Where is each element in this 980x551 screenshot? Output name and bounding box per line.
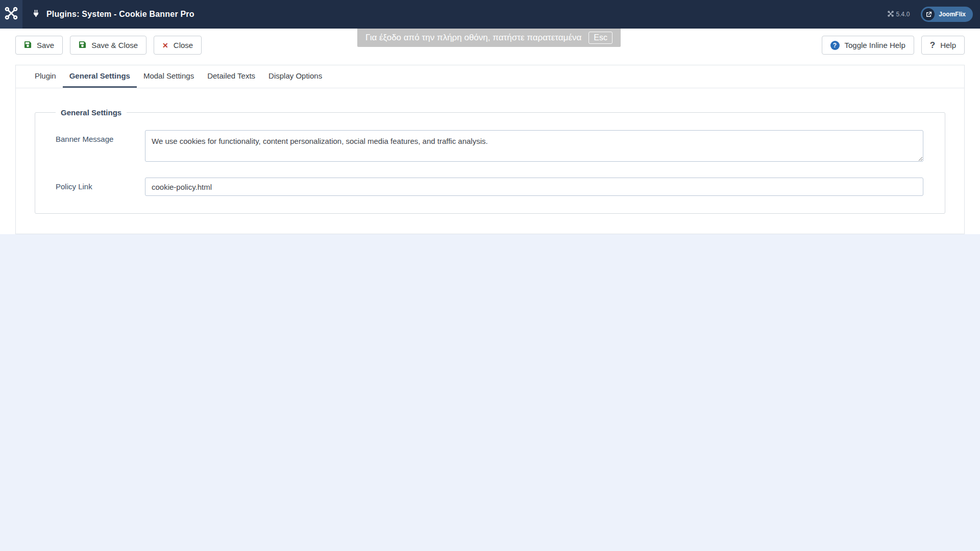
version-label: 5.4.0: [896, 11, 910, 18]
tab-general-settings[interactable]: General Settings: [63, 65, 137, 88]
save-label: Save: [37, 41, 54, 49]
plugin-edit-card: Plugin General Settings Modal Settings D…: [15, 65, 965, 234]
page-title: Plugins: System - Cookie Banner Pro: [46, 10, 194, 19]
help-button[interactable]: ? Help: [921, 36, 965, 55]
save-close-button[interactable]: Save & Close: [70, 36, 146, 55]
toolbar-left: Save Save & Close ✕ Close: [15, 36, 202, 55]
fullscreen-exit-message: Για έξοδο από την πλήρη οθόνη, πατήστε π…: [365, 33, 581, 43]
tab-panel-general-settings: General Settings Banner Message We use c…: [16, 88, 964, 214]
policy-link-input[interactable]: [145, 178, 923, 196]
esc-key-badge: Esc: [589, 32, 612, 44]
policy-link-label: Policy Link: [35, 178, 145, 196]
general-settings-fieldset: General Settings Banner Message We use c…: [35, 108, 945, 214]
toolbar-right: ? Toggle Inline Help ? Help: [822, 36, 965, 55]
external-link-icon: [922, 8, 935, 20]
banner-message-label: Banner Message: [35, 130, 145, 164]
joomla-logo[interactable]: [0, 0, 22, 29]
close-label: Close: [174, 41, 193, 49]
policy-link-row: Policy Link: [35, 178, 923, 196]
save-button[interactable]: Save: [15, 36, 63, 55]
close-button[interactable]: ✕ Close: [154, 36, 202, 55]
title-wrap: Plugins: System - Cookie Banner Pro: [32, 9, 194, 20]
toggle-inline-help-button[interactable]: ? Toggle Inline Help: [822, 36, 914, 55]
tab-detailed-texts[interactable]: Detailed Texts: [201, 65, 262, 88]
plug-icon: [32, 9, 40, 20]
tab-plugin[interactable]: Plugin: [28, 65, 63, 88]
joomla-version: 5.4.0: [888, 11, 910, 18]
tab-display-options[interactable]: Display Options: [262, 65, 329, 88]
save-close-label: Save & Close: [91, 41, 138, 49]
page: Plugins: System - Cookie Banner Pro: [0, 0, 980, 551]
content-region: Save Save & Close ✕ Close ?: [0, 29, 980, 234]
x-mark-icon: ✕: [162, 42, 168, 49]
banner-message-control: We use cookies for functionality, conten…: [145, 130, 923, 164]
tab-modal-settings[interactable]: Modal Settings: [137, 65, 201, 88]
banner-message-row: Banner Message We use cookies for functi…: [35, 130, 923, 164]
toggle-inline-help-label: Toggle Inline Help: [845, 41, 905, 49]
help-label: Help: [940, 41, 956, 49]
floppy-disk-icon: [24, 41, 32, 50]
fieldset-legend: General Settings: [56, 108, 127, 117]
joomflix-label: JoomFlix: [939, 11, 966, 18]
floppy-disk-icon: [79, 41, 86, 50]
fullscreen-exit-notice: Για έξοδο από την πλήρη οθόνη, πατήστε π…: [357, 29, 621, 47]
tab-bar: Plugin General Settings Modal Settings D…: [16, 65, 964, 88]
joomla-logo-icon: [5, 7, 18, 22]
policy-link-control: [145, 178, 923, 196]
joomla-mark-icon: [888, 11, 894, 18]
banner-message-textarea[interactable]: We use cookies for functionality, conten…: [145, 130, 923, 162]
admin-header: Plugins: System - Cookie Banner Pro: [0, 0, 980, 29]
joomflix-button[interactable]: JoomFlix: [921, 7, 973, 22]
header-right: 5.4.0 JoomFlix: [888, 7, 980, 22]
question-mark-icon: ?: [930, 41, 935, 49]
question-circle-icon: ?: [830, 41, 840, 50]
